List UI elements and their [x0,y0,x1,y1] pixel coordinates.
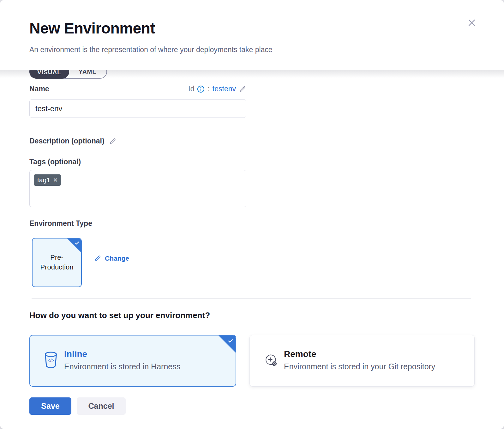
remote-option-content: Remote Environment is stored in your Git… [263,349,435,371]
selected-check-corner [67,239,81,252]
name-input[interactable] [29,99,246,118]
id-row: Id : testenv [188,85,246,93]
database-code-icon: </> [43,352,58,368]
inline-option-description: Environment is stored in Harness [64,362,180,371]
change-label: Change [105,255,129,262]
inline-option-content: </> Inline Environment is stored in Harn… [43,349,180,371]
svg-text:</>: </> [48,358,54,363]
description-label: Description (optional) [29,137,105,145]
environment-type-label: Environment Type [29,219,92,228]
section-divider [32,298,471,299]
tags-input[interactable]: tag1 × [29,170,246,207]
tags-label: Tags (optional) [29,158,81,166]
check-icon [74,240,80,246]
cancel-button[interactable]: Cancel [77,397,126,415]
change-pencil-icon [94,255,101,262]
edit-description-pencil-icon[interactable] [109,137,117,145]
name-label: Name [29,85,49,93]
id-label: Id [188,85,194,93]
id-value[interactable]: testenv [213,85,236,93]
remote-option-description: Environment is stored in your Git reposi… [284,362,435,371]
change-environment-type-button[interactable]: Change [94,255,129,262]
remote-option-title: Remote [284,349,435,359]
close-icon [467,18,477,28]
environment-type-value: Pre-Production [33,253,81,272]
tag-remove-icon[interactable]: × [53,177,57,184]
selected-check-corner [219,335,236,353]
save-button[interactable]: Save [29,397,71,415]
inline-option-title: Inline [64,349,180,359]
new-environment-dialog: VISUAL YAML New Environment An environme… [0,0,504,429]
environment-type-card-pre-production[interactable]: Pre-Production [32,238,82,287]
remote-option-card[interactable]: Remote Environment is stored in your Git… [249,335,475,387]
tag-chip-text: tag1 [37,176,50,184]
info-icon[interactable] [197,85,205,93]
add-git-icon [263,352,278,368]
dialog-subtitle: An environment is the representation of … [29,45,273,54]
description-row: Description (optional) [29,137,117,145]
dialog-header: New Environment An environment is the re… [0,0,504,70]
id-separator: : [207,85,209,93]
tag-chip: tag1 × [34,174,61,186]
name-row: Name Id : testenv [29,85,246,93]
check-icon [227,338,234,344]
edit-id-pencil-icon[interactable] [239,85,246,93]
setup-heading: How do you want to set up your environme… [29,311,210,320]
close-button[interactable] [465,16,478,29]
inline-option-card[interactable]: </> Inline Environment is stored in Harn… [29,335,236,387]
dialog-title: New Environment [29,20,155,37]
